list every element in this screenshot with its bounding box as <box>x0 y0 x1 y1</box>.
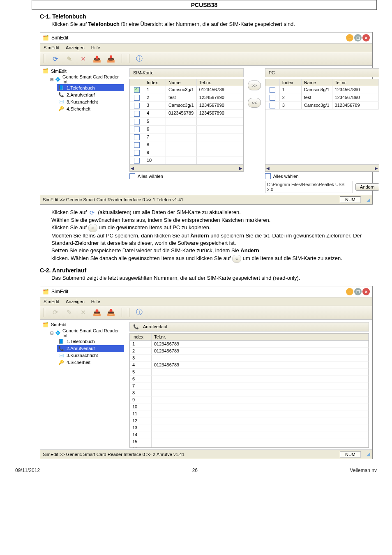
row-checkbox[interactable] <box>134 119 140 124</box>
row-checkbox[interactable] <box>134 142 140 148</box>
table-row[interactable]: 10 <box>130 157 243 164</box>
row-checkbox[interactable] <box>270 87 275 93</box>
menu-simedit[interactable]: SimEdit <box>44 299 59 304</box>
col-index[interactable]: Index <box>130 334 152 340</box>
minimize-button[interactable]: – <box>346 34 353 41</box>
table-row[interactable]: 7 <box>130 134 243 141</box>
col-name[interactable]: Name <box>166 79 197 86</box>
row-checkbox[interactable] <box>134 127 140 132</box>
table-row[interactable]: 9 <box>130 149 243 157</box>
cell-tel <box>152 355 369 361</box>
delete-icon[interactable]: ✕ <box>78 54 88 64</box>
table-row[interactable]: 3Camsoc3g/11234567890 <box>130 102 243 110</box>
tree-leaf-1telefonbuch[interactable]: 📘1.Telefonbuch <box>57 338 124 345</box>
h-scrollbar[interactable]: ◀▶ <box>130 164 243 171</box>
menu-hilfe[interactable]: Hilfe <box>91 299 100 304</box>
col-tel[interactable]: Tel.nr. <box>332 79 379 86</box>
tree-leaf-2anrufverlauf[interactable]: 📞2.Anrufverlauf <box>57 91 124 98</box>
table-row[interactable]: 1Camsoc3g/10123456789 <box>130 86 243 94</box>
col-name[interactable]: Name <box>302 79 332 86</box>
refresh-icon[interactable]: ⟳ <box>50 54 60 64</box>
tree-leaf-1telefonbuch[interactable]: 📘1.Telefonbuch <box>57 84 124 91</box>
table-row[interactable]: 9 <box>130 396 369 403</box>
import-icon[interactable]: 📥 <box>106 308 116 318</box>
maximize-button[interactable]: ◻ <box>354 288 362 295</box>
tree-leaf-3kurznachricht[interactable]: ✉️3.Kurznachricht <box>57 98 124 105</box>
expand-icon[interactable]: ⊟ <box>50 331 53 335</box>
table-row[interactable]: 2test1234567890 <box>265 94 379 102</box>
select-all-checkbox[interactable] <box>265 173 271 179</box>
tree-root[interactable]: 🗂️ SimEdit <box>42 67 124 74</box>
table-row[interactable]: 40123456789 <box>130 362 369 368</box>
maximize-button[interactable]: ◻ <box>354 34 362 41</box>
export-icon[interactable]: 📤 <box>92 54 102 64</box>
delete-icon[interactable]: ✕ <box>78 308 88 318</box>
row-checkbox[interactable] <box>134 111 140 117</box>
table-row[interactable]: 401234567891234567890 <box>130 110 243 117</box>
info-icon[interactable]: ⓘ <box>134 54 144 64</box>
export-icon[interactable]: 📤 <box>92 308 102 318</box>
table-row[interactable]: 13 <box>130 424 369 431</box>
table-row[interactable]: 2test1234567890 <box>130 94 243 102</box>
tree-leaf-4sicherheit[interactable]: 🔑4.Sicherheit <box>57 105 124 112</box>
edit-icon[interactable]: ✎ <box>64 54 74 64</box>
tree-leaf-4sicherheit[interactable]: 🔑4.Sicherheit <box>57 359 124 366</box>
table-row[interactable]: 6 <box>130 375 369 382</box>
tree-leaf-3kurznachricht[interactable]: ✉️3.Kurznachricht <box>57 352 124 359</box>
table-row[interactable]: 5 <box>130 118 243 126</box>
row-checkbox[interactable] <box>134 150 140 156</box>
table-row[interactable]: 6 <box>130 126 243 134</box>
table-row[interactable]: 3 <box>130 355 369 362</box>
table-row[interactable]: 8 <box>130 389 369 396</box>
row-checkbox[interactable] <box>134 134 140 140</box>
tree-leaf-2anrufverlauf[interactable]: 📞2.Anrufverlauf <box>57 345 124 352</box>
close-button[interactable]: × <box>362 34 370 41</box>
col-tel[interactable]: Tel.nr. <box>152 334 369 340</box>
row-checkbox[interactable] <box>134 158 140 164</box>
row-checkbox[interactable] <box>134 103 140 108</box>
table-row[interactable]: 16 <box>130 445 369 447</box>
table-row[interactable]: 10 <box>130 403 369 410</box>
table-row[interactable]: 1Camsoc3g/11234567890 <box>265 86 379 94</box>
col-index[interactable]: Index <box>280 79 302 86</box>
select-all-checkbox[interactable] <box>129 173 135 179</box>
menu-anzeigen[interactable]: Anzeigen <box>66 299 85 304</box>
pc-path-field[interactable]: C:\Program Files\Realtek\Realtek USB 2.0 <box>265 181 353 193</box>
row-checkbox[interactable] <box>134 87 140 93</box>
section-c1-title: C-1. Telefonbuch <box>40 13 373 20</box>
refresh-icon[interactable]: ⟳ <box>50 308 60 318</box>
table-row[interactable]: 5 <box>130 368 369 375</box>
copy-to-sim-button[interactable]: << <box>248 98 261 108</box>
close-button[interactable]: × <box>362 288 370 295</box>
table-row[interactable]: 3Camsoc3g/10123456789 <box>265 102 379 110</box>
expand-icon[interactable]: ⊟ <box>50 77 53 82</box>
table-row[interactable]: 8 <box>130 141 243 149</box>
menu-anzeigen[interactable]: Anzeigen <box>66 45 85 50</box>
table-row[interactable]: 7 <box>130 382 369 389</box>
copy-to-pc-button[interactable]: >> <box>248 81 261 90</box>
menu-hilfe[interactable]: Hilfe <box>91 45 100 50</box>
info-icon[interactable]: ⓘ <box>134 308 144 318</box>
h-scrollbar[interactable]: ◀▶ <box>265 164 379 171</box>
col-index[interactable]: Index <box>144 79 166 86</box>
row-checkbox[interactable] <box>270 103 275 108</box>
table-row[interactable]: 12 <box>130 417 369 424</box>
change-path-button[interactable]: Ändern <box>355 183 379 191</box>
resize-grip-icon[interactable]: ◢ <box>367 197 370 203</box>
row-checkbox[interactable] <box>270 95 275 101</box>
tree-root[interactable]: 🗂️ SimEdit <box>42 321 124 328</box>
table-row[interactable]: 15 <box>130 438 369 445</box>
tree-reader[interactable]: ⊟ 💠 Generic Smart Card Reader Int <box>50 74 124 84</box>
table-row[interactable]: 11 <box>130 410 369 417</box>
table-row[interactable]: 20123456789 <box>130 348 369 355</box>
table-row[interactable]: 14 <box>130 431 369 438</box>
row-checkbox[interactable] <box>134 95 140 101</box>
tree-reader[interactable]: ⊟ 💠 Generic Smart Card Reader Int <box>50 328 124 338</box>
col-tel[interactable]: Tel.nr. <box>197 79 243 86</box>
resize-grip-icon[interactable]: ◢ <box>367 451 370 457</box>
minimize-button[interactable]: – <box>346 288 353 295</box>
table-row[interactable]: 10123456789 <box>130 341 369 348</box>
menu-simedit[interactable]: SimEdit <box>44 45 59 50</box>
edit-icon[interactable]: ✎ <box>64 308 74 318</box>
import-icon[interactable]: 📥 <box>106 54 116 64</box>
